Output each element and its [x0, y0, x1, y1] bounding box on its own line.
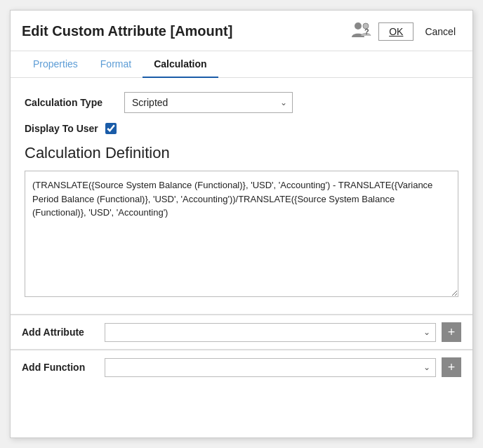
calculation-code-textarea[interactable]: (TRANSLATE({Source System Balance (Funct… [25, 171, 458, 297]
display-to-user-label: Display To User [25, 123, 98, 134]
add-attribute-row: Add Attribute ⌄ + [11, 315, 472, 349]
calculation-type-row: Calculation Type Scripted ⌄ [25, 92, 458, 113]
add-attribute-select[interactable] [105, 323, 436, 342]
calculation-definition-title: Calculation Definition [25, 144, 458, 162]
add-function-select-wrapper: ⌄ [105, 358, 436, 377]
tab-calculation[interactable]: Calculation [143, 51, 218, 78]
display-to-user-row: Display To User [25, 123, 458, 134]
add-function-label: Add Function [22, 362, 99, 373]
dialog-header: Edit Custom Attribute [Amount] ? OK Canc… [11, 11, 472, 51]
add-function-select[interactable] [105, 358, 436, 377]
svg-point-0 [355, 22, 362, 29]
add-function-button[interactable]: + [442, 357, 461, 377]
svg-text:?: ? [364, 27, 369, 36]
calculation-type-select-wrapper: Scripted ⌄ [124, 92, 293, 113]
tab-bar: Properties Format Calculation [11, 51, 472, 78]
add-function-row: Add Function ⌄ + [11, 350, 472, 384]
add-attribute-button[interactable]: + [442, 322, 461, 342]
add-attribute-label: Add Attribute [22, 327, 99, 338]
cancel-button[interactable]: Cancel [419, 23, 461, 40]
tab-properties[interactable]: Properties [22, 51, 89, 78]
calculation-type-select[interactable]: Scripted [124, 92, 293, 113]
add-attribute-select-wrapper: ⌄ [105, 323, 436, 342]
dialog-title: Edit Custom Attribute [Amount] [22, 23, 232, 39]
header-actions: ? OK Cancel [349, 19, 461, 44]
calculation-type-label: Calculation Type [25, 97, 116, 108]
edit-dialog: Edit Custom Attribute [Amount] ? OK Canc… [10, 10, 473, 438]
display-to-user-checkbox[interactable] [105, 123, 117, 134]
add-rows-container: Add Attribute ⌄ + Add Function ⌄ + [11, 314, 472, 384]
ok-button[interactable]: OK [378, 22, 413, 41]
tab-format[interactable]: Format [89, 51, 143, 78]
dialog-body: Calculation Type Scripted ⌄ Display To U… [11, 78, 472, 311]
user-roles-icon: ? [350, 20, 371, 40]
user-icon-button[interactable]: ? [349, 19, 373, 44]
